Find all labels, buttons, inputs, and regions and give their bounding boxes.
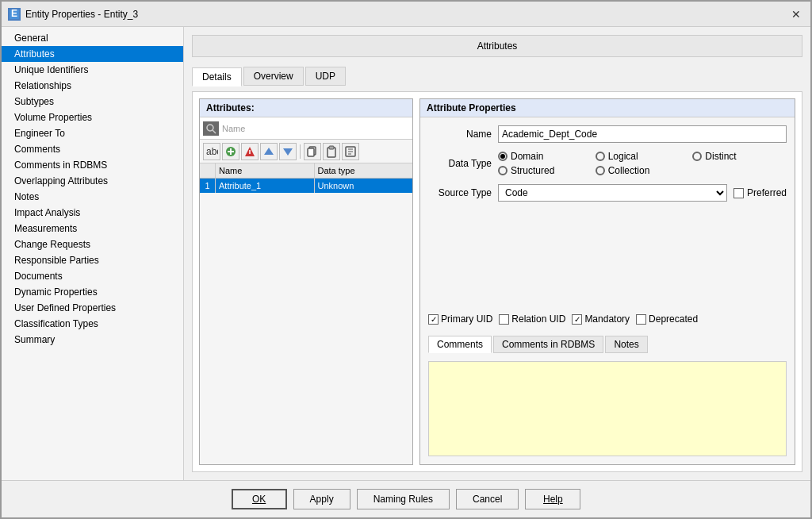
toolbar-up-button[interactable] xyxy=(260,143,278,160)
apply-button[interactable]: Apply xyxy=(293,489,350,509)
sidebar-item-measurements[interactable]: Measurements xyxy=(2,221,183,236)
main-content: Attributes Details Overview UDP Attribut… xyxy=(184,27,810,480)
attr-row-name: Attribute_1 xyxy=(216,179,315,193)
toolbar-down-button[interactable] xyxy=(279,143,297,160)
tab-udp[interactable]: UDP xyxy=(305,67,346,86)
sidebar-item-summary[interactable]: Summary xyxy=(2,332,183,348)
radio-distinct-label: Distinct xyxy=(705,151,736,162)
search-placeholder: Name xyxy=(222,124,245,133)
dialog-title: Entity Properties - Entity_3 xyxy=(25,9,138,20)
name-input[interactable] xyxy=(498,125,787,143)
attr-row[interactable]: 1 Attribute_1 Unknown xyxy=(200,179,412,193)
radio-structured-label: Structured xyxy=(511,165,554,176)
sidebar-item-dynamic-properties[interactable]: Dynamic Properties xyxy=(2,284,183,300)
sidebar-item-notes[interactable]: Notes xyxy=(2,189,183,205)
radio-structured[interactable]: Structured xyxy=(498,165,592,176)
preferred-label: Preferred xyxy=(747,187,787,198)
svg-marker-11 xyxy=(283,148,293,156)
sourcetype-select[interactable]: Code xyxy=(498,184,727,202)
radio-logical[interactable]: Logical xyxy=(596,151,690,162)
tab-details[interactable]: Details xyxy=(192,67,242,86)
cb-deprecated[interactable]: Deprecated xyxy=(636,313,698,325)
cb-primary-uid[interactable]: ✓ Primary UID xyxy=(428,313,492,325)
bottom-tab-notes[interactable]: Notes xyxy=(605,336,647,353)
attributes-header: Attributes: xyxy=(200,99,412,117)
sidebar-item-subtypes[interactable]: Subtypes xyxy=(2,94,183,110)
comment-area[interactable] xyxy=(428,361,787,456)
svg-text:abc: abc xyxy=(206,146,218,157)
attr-table: Name Data type 1 Attribute_1 Unknown xyxy=(200,163,412,464)
svg-text:E: E xyxy=(11,9,17,19)
svg-line-3 xyxy=(213,130,216,133)
radio-domain-label: Domain xyxy=(511,151,543,162)
cb-relation-uid-box[interactable] xyxy=(499,314,509,325)
svg-point-2 xyxy=(207,125,213,131)
cancel-button[interactable]: Cancel xyxy=(456,489,519,509)
sidebar-item-engineer-to[interactable]: Engineer To xyxy=(2,125,183,141)
sidebar-item-relationships[interactable]: Relationships xyxy=(2,78,183,94)
sidebar-item-general[interactable]: General xyxy=(2,30,183,46)
toolbar-properties-button[interactable] xyxy=(342,143,359,160)
cb-relation-uid-label: Relation UID xyxy=(511,313,565,325)
cb-primary-uid-box[interactable]: ✓ xyxy=(428,314,439,325)
naming-rules-button[interactable]: Naming Rules xyxy=(357,489,450,509)
help-button[interactable]: Help xyxy=(525,489,580,509)
spacer xyxy=(428,210,787,302)
cb-mandatory[interactable]: ✓ Mandatory xyxy=(572,313,630,325)
sidebar-item-volume-properties[interactable]: Volume Properties xyxy=(2,110,183,125)
sidebar-item-unique-identifiers[interactable]: Unique Identifiers xyxy=(2,62,183,78)
sidebar-item-responsible-parties[interactable]: Responsible Parties xyxy=(2,252,183,268)
title-bar-left: E Entity Properties - Entity_3 xyxy=(8,8,138,21)
name-row: Name xyxy=(428,125,787,143)
sourcetype-row: Source Type Code Preferred xyxy=(428,184,787,202)
ok-button[interactable]: OK xyxy=(232,489,287,509)
datatype-label: Data Type xyxy=(428,158,492,169)
bottom-tab-comments[interactable]: Comments xyxy=(428,336,492,353)
help-label: Help xyxy=(543,494,563,505)
cb-relation-uid[interactable]: Relation UID xyxy=(499,313,565,325)
sidebar-item-change-requests[interactable]: Change Requests xyxy=(2,236,183,252)
col-num-header xyxy=(200,163,216,178)
cb-mandatory-label: Mandatory xyxy=(584,313,630,325)
datatype-radios: Domain Logical Distinct xyxy=(498,151,787,176)
toolbar-paste-button[interactable] xyxy=(323,143,340,160)
toolbar-delete-button[interactable] xyxy=(241,143,259,160)
radio-distinct[interactable]: Distinct xyxy=(692,151,787,162)
toolbar-copy-button[interactable] xyxy=(304,143,321,160)
radio-logical-label: Logical xyxy=(608,151,638,162)
section-header: Attributes xyxy=(192,35,802,57)
footer: OK Apply Naming Rules Cancel Help xyxy=(2,480,810,517)
sidebar-item-documents[interactable]: Documents xyxy=(2,268,183,284)
sidebar-item-user-defined-properties[interactable]: User Defined Properties xyxy=(2,300,183,316)
radio-structured-circle xyxy=(498,166,508,175)
search-icon xyxy=(203,121,219,136)
preferred-cb-box[interactable] xyxy=(733,188,744,198)
tabs-bar: Details Overview UDP xyxy=(192,67,802,86)
toolbar-add-button[interactable] xyxy=(222,143,239,160)
sidebar-item-attributes[interactable]: Attributes xyxy=(2,46,183,62)
dialog-body: GeneralAttributesUnique IdentifiersRelat… xyxy=(2,27,810,480)
attributes-toolbar: abc xyxy=(200,140,412,163)
bottom-tab-comments-rdbms[interactable]: Comments in RDBMS xyxy=(493,336,603,353)
radio-collection-label: Collection xyxy=(608,165,650,176)
sidebar-item-impact-analysis[interactable]: Impact Analysis xyxy=(2,205,183,221)
toolbar-abc-button[interactable]: abc xyxy=(203,143,220,160)
tab-overview[interactable]: Overview xyxy=(243,67,304,86)
sidebar-item-comments-in-rdbms[interactable]: Comments in RDBMS xyxy=(2,157,183,173)
datatype-row: Data Type Domain Logical xyxy=(428,151,787,176)
cb-mandatory-box[interactable]: ✓ xyxy=(572,314,582,325)
ok-label: OK xyxy=(252,494,266,505)
close-button[interactable]: ✕ xyxy=(788,6,804,22)
toolbar-separator xyxy=(300,144,301,159)
preferred-checkbox[interactable]: Preferred xyxy=(733,187,787,198)
cb-deprecated-box[interactable] xyxy=(636,314,646,325)
radio-collection[interactable]: Collection xyxy=(596,165,690,176)
col-name-header: Name xyxy=(216,163,315,178)
sourcetype-label: Source Type xyxy=(428,187,492,198)
properties-body: Name Data Type Domain xyxy=(420,117,795,464)
radio-domain[interactable]: Domain xyxy=(498,151,592,162)
sidebar-item-comments[interactable]: Comments xyxy=(2,141,183,157)
sidebar-item-overlapping-attributes[interactable]: Overlapping Attributes xyxy=(2,173,183,189)
attr-table-header: Name Data type xyxy=(200,163,412,179)
sidebar-item-classification-types[interactable]: Classification Types xyxy=(2,316,183,332)
